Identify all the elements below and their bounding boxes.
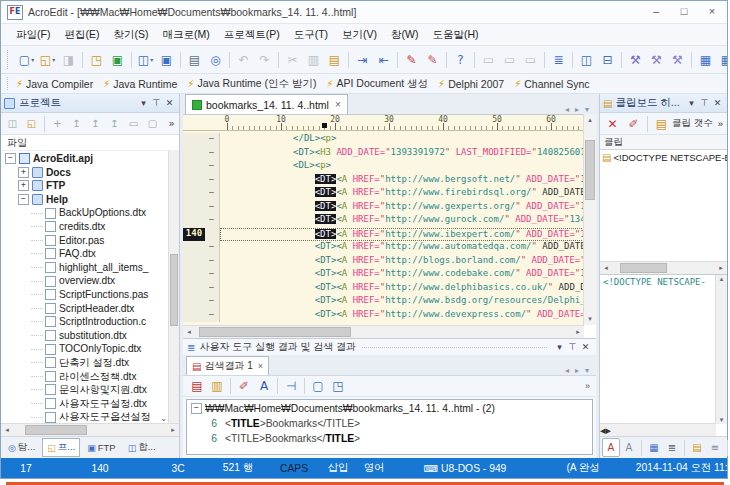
fold-marker-icon[interactable]: − [205,241,218,255]
line-gutter[interactable]: − [183,160,220,174]
code-line[interactable]: − </DL><p> [183,133,584,147]
code-line[interactable]: 140 <DT><A HREF="http://www.ibexpert.com… [183,228,584,242]
line-gutter[interactable]: − [183,187,220,201]
line-gutter[interactable]: − [183,133,220,147]
tree-horizontal-scrollbar[interactable]: ◂ ▸ [1,423,179,436]
code-text[interactable]: <DT><A HREF="http://www.codebake.com/" A… [220,268,584,282]
scroll-left-icon[interactable]: ◂ [183,328,195,336]
lines-tab-button[interactable]: ≡ [706,438,724,457]
maximize-button[interactable]: □ [671,3,697,21]
tab-prev-icon[interactable]: ◂ [562,105,572,114]
user-tool-run-button[interactable]: ✎ [401,49,422,71]
menu-item[interactable]: 파일(F) [9,26,57,44]
clip-horizontal-scrollbar[interactable]: ◂ ▸ [600,261,727,274]
tab-close-icon[interactable]: × [258,361,263,371]
scroll-right-icon[interactable]: ▸ [572,328,584,336]
code-text[interactable]: <DT><A HREF="http://www.ibexpert.com/" A… [220,228,584,242]
search-results-tab[interactable]: ▤ 검색결과 1 × [186,356,269,375]
code-line[interactable]: − <DT><A HREF="http://www.automatedqa.co… [183,241,584,255]
scrollbar-thumb[interactable] [25,425,87,435]
editor-horizontal-scrollbar[interactable]: ◂ ▸ [183,325,584,338]
line-gutter[interactable]: − [183,147,220,161]
tree-item[interactable]: ScriptHeader.dtx [1,302,179,316]
scroll-up-icon[interactable]: ▴ [584,114,596,126]
tree-item[interactable]: +Docs [1,166,179,180]
overflow-icon[interactable]: » [585,381,596,391]
code-text[interactable]: <DT><A HREF="http://www.gexperts.org/" A… [220,201,584,215]
panel-pin-icon[interactable]: ⊤ [566,342,579,352]
menu-item[interactable]: 편집(E) [57,26,106,44]
scroll-down-icon[interactable]: ▾ [584,313,596,325]
editor-tab[interactable]: bookmarks_14. 11. 4..html × [185,94,348,114]
line-gutter[interactable]: 140 [183,228,220,242]
tree-item[interactable]: ScriptIntroduction.c [1,315,179,329]
sort-tab-button[interactable]: ≣ [663,438,681,457]
print-preview-button[interactable]: ◎ [205,49,226,71]
fold-marker-icon[interactable]: − [205,282,218,296]
fold-marker-icon[interactable]: − [205,309,218,323]
expand-icon[interactable]: + [18,180,29,191]
code-text[interactable]: <DT><A HREF="http://www.devexpress.com/"… [220,309,584,323]
tab-list-icon[interactable]: ▾ [582,105,592,114]
tree-item[interactable]: +FTP [1,179,179,193]
editor-vertical-scrollbar[interactable]: ▴ ▾ [583,114,596,325]
fold-marker-icon[interactable]: − [205,214,218,228]
fold-marker-icon[interactable]: − [205,255,218,269]
tab-list-icon[interactable]: ▾ [582,366,592,375]
scrollbar-track[interactable] [612,262,715,274]
line-gutter[interactable]: − [183,282,220,296]
user-tool-java-compiler[interactable]: ⚡Java Compiler [16,78,93,90]
line-gutter[interactable]: − [183,201,220,215]
scroll-right-icon[interactable]: ▸ [715,264,727,272]
copy-results-button[interactable]: ▥ [207,377,227,396]
line-gutter[interactable]: − [183,174,220,188]
paste-clip-button[interactable]: ▤ [651,113,672,135]
open-project-button[interactable]: ◳ [86,49,107,71]
dropdown-arrow-icon[interactable]: ▾ [52,54,55,66]
file-misc-button[interactable]: ▢ [143,114,162,133]
fold-marker-icon[interactable]: − [205,174,218,188]
outdent-button[interactable]: ⇤ [373,49,394,71]
code-text[interactable]: </DL><p> [220,133,584,147]
build-tool-3-button[interactable]: ⚒ [667,49,688,71]
line-gutter[interactable]: − [183,268,220,282]
view-frame-2-button[interactable]: ◳ [328,377,348,396]
code-line[interactable]: − <DT><A HREF="http://www.gexperts.org/"… [183,201,584,215]
tree-item[interactable]: 사용자도구옵션설정 [1,410,179,423]
code-text[interactable]: <DT><H3 ADD_DATE="1393391972" LAST_MODIF… [220,147,584,161]
tree-item[interactable]: 문의사항및지원.dtx [1,383,179,397]
properties-1-button[interactable]: ▦ [695,49,716,71]
code-text[interactable]: <DT><A HREF="http://www.automatedqa.com/… [220,241,584,255]
code-text[interactable]: <DT><A HREF="http://www.firebirdsql.org/… [220,187,584,201]
panel-close-icon[interactable]: ✕ [579,342,592,352]
minimize-button[interactable]: – [643,3,669,21]
tab-next-icon[interactable]: ▸ [572,105,582,114]
build-tool-2-button[interactable]: ⚒ [646,49,667,71]
overflow-left-button[interactable]: » [162,114,181,133]
paste-button[interactable]: ▤ [324,49,345,71]
line-gutter[interactable]: − [183,241,220,255]
indent-button[interactable]: ⇥ [352,49,373,71]
move-up-2-button[interactable]: ↥ [86,114,105,133]
code-line[interactable]: − <DT><A HREF="http://www.gurock.com/" A… [183,214,584,228]
new-file-button[interactable]: ▢▾ [16,49,37,71]
explorer-tab[interactable]: ◎탐... [3,438,40,457]
fold-marker-icon[interactable]: − [205,201,218,215]
close-button[interactable]: × [699,3,725,21]
fold-marker-icon[interactable]: − [205,160,218,174]
clear-clips-button[interactable]: ✐ [623,113,644,135]
tab-next-icon[interactable]: ▸ [572,366,582,375]
code-template-button[interactable]: ≣ [548,49,569,71]
panel-pin-icon[interactable]: ⊤ [150,98,163,108]
overflow-icon[interactable]: » [718,118,727,129]
move-up-1-button[interactable]: ↥ [67,114,86,133]
tree-item[interactable]: overview.dtx [1,274,179,288]
menu-item[interactable]: 매크로(M) [155,26,216,44]
scroll-more-icon[interactable]: ⌄ [160,414,167,423]
scrollbar-thumb[interactable] [199,327,351,337]
tab-prev-icon[interactable]: ◂ [562,366,572,375]
code-text[interactable]: <DT><A HREF="http://blogs.borland.com/" … [220,255,584,269]
open-project-folder-button[interactable]: ◱ [22,114,41,133]
code-line[interactable]: − <DT><H3 ADD_DATE="1393391972" LAST_MOD… [183,147,584,161]
properties-2-button[interactable]: ▦ [716,49,727,71]
